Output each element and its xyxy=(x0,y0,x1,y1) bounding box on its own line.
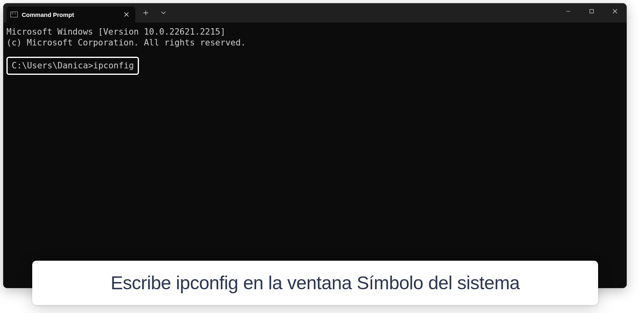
caption-text: Escribe ipconfig en la ventana Símbolo d… xyxy=(48,272,582,294)
highlighted-command: C:\Users\Danica>ipconfig xyxy=(6,57,139,75)
prompt-text: C:\Users\Danica> xyxy=(12,61,93,70)
instruction-caption: Escribe ipconfig en la ventana Símbolo d… xyxy=(32,261,598,305)
close-button[interactable] xyxy=(603,3,627,19)
minimize-button[interactable] xyxy=(557,3,580,19)
command-prompt-icon-label: C:\ xyxy=(12,12,16,15)
titlebar[interactable]: C:\ Command Prompt xyxy=(3,3,627,23)
terminal-body[interactable]: Microsoft Windows [Version 10.0.22621.22… xyxy=(3,23,627,288)
tab-dropdown-button[interactable] xyxy=(156,6,171,20)
terminal-banner-line1: Microsoft Windows [Version 10.0.22621.22… xyxy=(6,27,623,37)
svg-rect-0 xyxy=(590,10,594,13)
tab-command-prompt[interactable]: C:\ Command Prompt xyxy=(6,6,135,23)
tab-actions xyxy=(139,3,171,23)
tab-close-button[interactable] xyxy=(122,10,130,19)
window-controls xyxy=(557,3,627,19)
terminal-banner-line2: (c) Microsoft Corporation. All rights re… xyxy=(6,37,623,48)
command-text: ipconfig xyxy=(93,61,134,70)
new-tab-button[interactable] xyxy=(139,6,153,20)
maximize-button[interactable] xyxy=(580,3,603,19)
command-prompt-icon: C:\ xyxy=(10,12,18,17)
terminal-window: C:\ Command Prompt xyxy=(3,3,627,288)
tab-title: Command Prompt xyxy=(22,11,118,18)
